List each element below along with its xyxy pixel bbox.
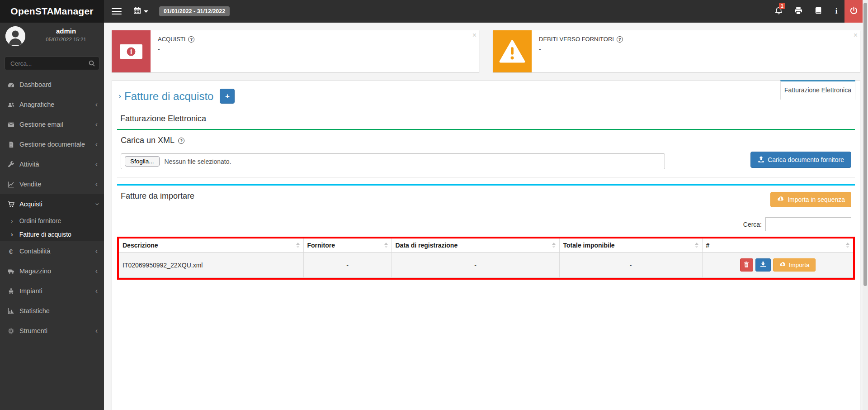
truck-icon [6,268,16,275]
page-title[interactable]: Fatture di acquisto [124,90,213,103]
sidebar-item-magazzino[interactable]: Magazzino ‹ [0,261,104,281]
upload-icon [758,156,764,164]
logout-button[interactable] [844,0,863,23]
money-bill-icon: 1 [112,30,151,72]
warning-triangle-icon [493,30,532,72]
column-header-data-registrazione[interactable]: Data di registrazione [392,238,559,253]
column-header-totale-imponibile[interactable]: Totale imponibile [559,238,702,253]
download-button[interactable] [755,258,771,272]
section-heading: Fatturazione Elettronica [112,114,860,124]
notifications-button[interactable]: 1 [769,0,788,23]
search-icon[interactable] [89,60,95,68]
close-icon[interactable]: × [469,29,480,41]
help-icon[interactable]: ? [188,36,194,43]
infobox-body: DEBITI VERSO FORNITORI ? - × [532,30,860,58]
sidebar-item-impianti[interactable]: Impianti ‹ [0,281,104,301]
cell-data-registrazione: - [392,253,559,278]
infobox-title: DEBITI VERSO FORNITORI [539,36,614,43]
browse-button[interactable]: Sfoglia... [125,156,160,167]
sort-icon [384,243,388,248]
sidebar-item-contabilita[interactable]: € Contabilità ‹ [0,241,104,261]
table-search: Cerca: [117,207,855,231]
scrollbar-track[interactable] [863,0,868,410]
sidebar-item-gestione-documentale[interactable]: Gestione documentale ‹ [0,134,104,154]
breadcrumb: › [118,91,121,101]
sidebar-item-label: Acquisti [19,200,95,208]
scrollbar-thumb[interactable] [863,3,867,286]
chevron-down-icon [144,10,148,13]
sidebar-search-input[interactable] [5,57,99,70]
user-info: admin 05/07/2022 15:21 [28,23,104,42]
page-header: › Fatture di acquisto + [112,81,860,106]
chevron-left-icon: ‹ [95,287,98,295]
sidebar-item-strumenti[interactable]: Strumenti ‹ [0,321,104,341]
sidebar-item-gestione-email[interactable]: Gestione email ‹ [0,114,104,134]
sidebar-item-anagrafiche[interactable]: Anagrafiche ‹ [0,95,104,114]
bar-chart-icon [6,308,16,315]
infobox-title: ACQUISTI [158,36,185,43]
sidebar-item-attivita[interactable]: Attività ‹ [0,154,104,174]
trash-icon [744,261,749,269]
sidebar-item-statistiche[interactable]: Statistiche [0,301,104,321]
sidebar-item-label: Anagrafiche [19,101,95,108]
close-icon[interactable]: × [850,29,861,41]
sidebar-item-label: Attività [19,161,95,168]
upload-xml-panel: Carica un XML ? Sfoglia... Nessun file s… [117,129,855,178]
sidebar-item-dashboard[interactable]: Dashboard [0,75,104,95]
invoices-table: Descrizione Fornitore Data di registrazi… [119,238,853,278]
sidebar-toggle-button[interactable] [112,0,122,23]
user-name: admin [28,27,104,35]
avatar [5,26,25,46]
navbar-left: 01/01/2022 - 31/12/2022 [104,0,230,23]
file-input[interactable]: Sfoglia... Nessun file selezionato. [121,153,665,169]
navbar-right: 1 i [769,0,863,23]
gear-icon [6,328,16,334]
sidebar: admin 05/07/2022 15:21 Dashboard Anagraf… [0,23,104,410]
column-header-fornitore[interactable]: Fornitore [303,238,392,253]
period-selector[interactable] [133,0,148,23]
sidebar-item-label: Statistiche [19,307,98,315]
table-search-input[interactable] [765,217,851,231]
import-sequence-button[interactable]: Importa in sequenza [770,192,851,207]
tab-fatturazione-elettronica[interactable]: Fatturazione Elettronica [780,80,855,100]
chevron-left-icon: ‹ [95,121,98,128]
sidebar-item-fatture-di-acquisto[interactable]: › Fatture di acquisto [0,228,104,241]
chevron-left-icon: ‹ [95,181,98,188]
about-button[interactable]: i [828,0,844,23]
infobox-debiti-fornitori: DEBITI VERSO FORNITORI ? - × [493,30,860,72]
docs-button[interactable] [808,0,828,23]
import-panel: Fatture da importare Importa in sequenza… [117,184,855,280]
sidebar-item-acquisti[interactable]: Acquisti ‹ [0,194,104,214]
import-row-button[interactable]: Importa [773,258,816,272]
calendar-icon [133,7,141,16]
help-icon[interactable]: ? [178,138,184,144]
table-header-row: Descrizione Fornitore Data di registrazi… [119,238,853,253]
sidebar-item-label: Gestione email [19,121,95,128]
column-header-descrizione[interactable]: Descrizione [119,238,303,253]
delete-button[interactable] [740,258,753,272]
upload-supplier-document-button[interactable]: Carica documento fornitore [750,152,851,168]
chevron-left-icon: ‹ [95,161,98,168]
wrench-icon [6,161,16,168]
cell-fornitore: - [303,253,392,278]
help-icon[interactable]: ? [617,36,623,43]
sidebar-item-vendite[interactable]: Vendite ‹ [0,174,104,194]
date-range-badge[interactable]: 01/01/2022 - 31/12/2022 [159,6,230,16]
document-icon [6,141,16,148]
chevron-right-icon: › [11,217,13,224]
app-logo[interactable]: OpenSTAManager [0,0,104,23]
notification-count-badge: 1 [779,3,785,9]
print-button[interactable] [788,0,808,23]
infobox-body: ACQUISTI ? - × [151,30,479,58]
upload-body: Sfoglia... Nessun file selezionato. Cari… [117,150,855,177]
user-last-login: 05/07/2022 15:21 [28,37,104,42]
chevron-left-icon: ‹ [95,141,98,148]
add-invoice-button[interactable]: + [220,89,235,104]
table-row: IT02069950992_22XQU.xml - - - [119,253,853,278]
cell-descrizione: IT02069950992_22XQU.xml [119,253,303,278]
users-icon [6,101,16,108]
column-header-actions[interactable]: # [702,238,853,253]
sidebar-item-ordini-fornitore[interactable]: › Ordini fornitore [0,214,104,228]
sidebar-treeview-acquisti: Acquisti ‹ › Ordini fornitore › Fatture … [0,194,104,241]
sidebar-item-label: Dashboard [19,81,98,88]
